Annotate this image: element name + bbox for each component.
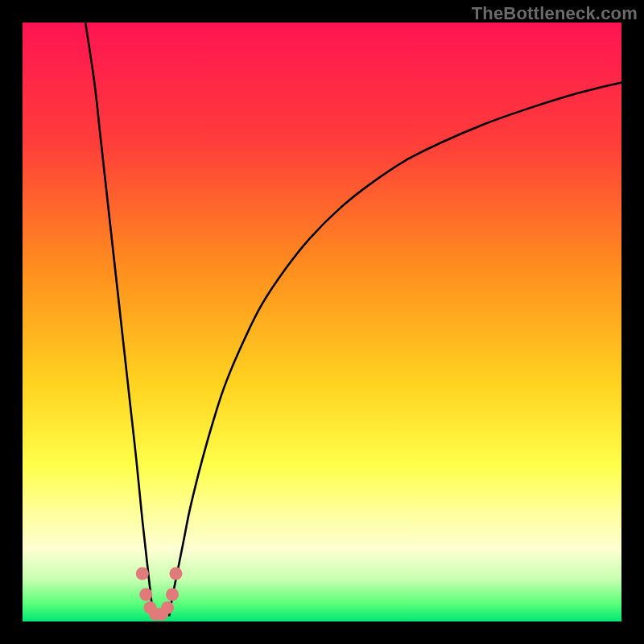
watermark-text: TheBottleneck.com — [472, 3, 638, 24]
plot-area — [23, 23, 621, 621]
valley-dot — [161, 601, 174, 614]
chart-frame: TheBottleneck.com — [0, 0, 644, 644]
valley-dot — [139, 588, 152, 601]
valley-dot — [166, 588, 179, 601]
curve-layer — [23, 23, 621, 621]
valley-dot — [136, 567, 149, 580]
curve-right-branch — [169, 82, 621, 615]
curve-left-branch — [85, 23, 153, 616]
valley-dot — [169, 567, 182, 580]
